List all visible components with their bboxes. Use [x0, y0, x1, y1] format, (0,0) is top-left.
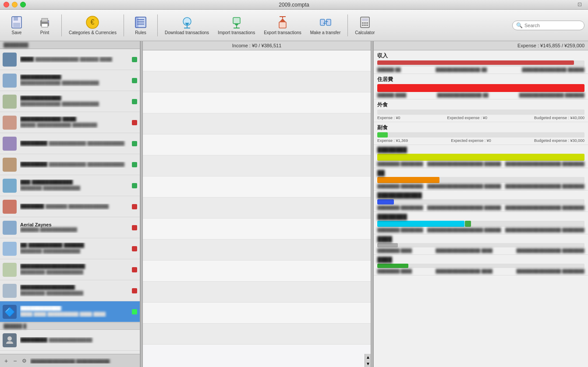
sidebar-item-9[interactable]: ██ ██████████ ██████ ███████ ███████████…	[0, 238, 140, 259]
transaction-row-11	[143, 261, 371, 282]
item-sub-bottom: ██████████████	[49, 338, 92, 342]
sidebar-top-header: ████████	[0, 41, 140, 49]
svg-rect-21	[233, 18, 240, 24]
transaction-row-12	[143, 282, 371, 303]
sidebar-item-5[interactable]: ████████ ████████████ ████████████	[0, 154, 140, 175]
budget-stats-income: ██████ ██ ████████████████ ██ ██████████…	[377, 67, 584, 72]
stat-5-1: ████████ ████████	[377, 162, 423, 166]
minimize-button[interactable]	[12, 2, 18, 7]
budget-bar-9-container	[377, 243, 584, 247]
toolbar: Save Print € Categories & Currencies Rul…	[0, 10, 588, 41]
sidebar-item-2[interactable]: ████████████ █████████████ ████████████	[0, 91, 140, 112]
budget-category-7: ████████████ ████████ ████████ █████████…	[374, 191, 588, 212]
sidebar-item-11[interactable]: ████████████████ ████████ ████████████	[0, 280, 140, 301]
budget-stats-10: ████████ ████ ████████████████ ████ ████…	[377, 269, 584, 273]
categories-button[interactable]: € Categories & Currencies	[65, 12, 120, 39]
transaction-row-10	[143, 240, 371, 261]
budget-bar-dining-container	[377, 109, 584, 115]
sidebar-scroll-area[interactable]: ████ ██████████████ ██████ ████ ████████…	[0, 49, 140, 354]
food-expense: Expense : ¥1,369	[377, 138, 408, 143]
maximize-button[interactable]	[20, 2, 26, 7]
transaction-row-5	[143, 134, 371, 155]
budget-name-food: 副食	[377, 124, 584, 131]
stat-10-2: ████████████████ ████	[436, 269, 492, 273]
import-button[interactable]: Import transactions	[214, 12, 259, 39]
budget-name-dining: 外食	[377, 101, 584, 109]
transaction-row-6	[143, 155, 371, 176]
avatar-3	[3, 116, 17, 130]
dining-expected: Expected expense : ¥0	[447, 116, 487, 120]
item-name-3: ████████████ ████	[20, 116, 76, 122]
sidebar-item-bottom[interactable]: ████████ ██████████████	[0, 330, 140, 351]
item-sub-6: ███████ ████████████	[20, 186, 80, 191]
sidebar-item-0[interactable]: ████ ██████████████ ██████ ████	[0, 49, 140, 70]
item-name-5: ████████	[20, 162, 47, 167]
search-input[interactable]	[524, 23, 581, 28]
item-sub-9: ███████ ████████████	[20, 249, 80, 254]
stat-6-2: ████████████████████ ██████	[427, 184, 501, 188]
item-name-4: ████████	[20, 141, 47, 146]
export-button[interactable]: Export transactions	[260, 12, 305, 39]
dining-expense: Expense : ¥0	[377, 116, 400, 120]
settings-button[interactable]: ⚙	[20, 357, 28, 365]
item-sub-0: ██████████████ ██████ ████	[35, 57, 112, 62]
stat-9-2: ████████████████ ████	[436, 248, 492, 253]
remove-account-button[interactable]: −	[11, 356, 18, 365]
scroll-arrows: ▲ ▼	[365, 354, 371, 367]
avatar-10	[3, 263, 17, 277]
item-text-5: ████████ ████████████ ████████████	[20, 162, 130, 168]
rules-button[interactable]: Rules	[128, 12, 154, 39]
item-sub-5: ████████████ ████████████	[49, 162, 124, 167]
sidebar-bottom-bar: + − ⚙ ████████████████ ████████████	[0, 354, 140, 367]
sidebar-item-3[interactable]: ████████████ ████ █████ ███████████ ████…	[0, 112, 140, 133]
close-button[interactable]	[4, 2, 9, 7]
download-icon	[180, 15, 194, 29]
toolbar-separator-1	[61, 14, 62, 36]
item-text-11: ████████████████ ████████ ████████████	[20, 285, 130, 296]
sidebar-item-10[interactable]: ███████████████████ ████████ ███████████…	[0, 259, 140, 280]
transaction-row-2	[143, 71, 371, 92]
resize-icon[interactable]: ⊡	[577, 1, 584, 8]
svg-rect-1	[14, 17, 18, 21]
stat-5-3: ████████████████████ ████████	[505, 162, 584, 166]
add-account-button[interactable]: +	[3, 356, 10, 365]
categories-icon: €	[85, 15, 99, 29]
accounts-sidebar: ████████ ████ ██████████████ ██████ ████…	[0, 41, 140, 367]
calculator-icon	[358, 15, 372, 29]
scroll-down-button[interactable]: ▼	[365, 360, 371, 367]
sidebar-item-6[interactable]: ███ ████████████ ███████ ████████████	[0, 175, 140, 196]
budget-category-dining: 外食 Expense : ¥0 Expected expense : ¥0 Bu…	[374, 99, 588, 122]
sidebar-item-8[interactable]: Aerial Zaynes ██████ ████████████	[0, 217, 140, 238]
sidebar-item-4[interactable]: ████████ ████████████ ████████████	[0, 133, 140, 154]
budget-bar-housing-container	[377, 84, 584, 92]
save-button[interactable]: Save	[4, 12, 30, 39]
item-text-10: ███████████████████ ████████ ███████████…	[20, 264, 130, 275]
transfer-button[interactable]: Make a transfer	[307, 12, 344, 39]
budget-name-10: ████	[377, 257, 584, 263]
scroll-up-button[interactable]: ▲	[365, 354, 371, 360]
categories-label: Categories & Currencies	[69, 30, 117, 35]
toolbar-separator-2	[124, 14, 124, 36]
item-badge-1	[132, 78, 137, 83]
transaction-row-8	[143, 198, 371, 219]
print-button[interactable]: Print	[32, 12, 58, 39]
sidebar-item-1[interactable]: ████████████ █████████████ ████████████	[0, 70, 140, 91]
food-expected: Expected expense : ¥0	[451, 138, 491, 143]
transactions-area[interactable]: ▲ ▼	[143, 50, 371, 367]
calculator-button[interactable]: Calculator	[351, 12, 378, 39]
item-name-9: ██ ██████████ ██████	[20, 243, 84, 248]
expense-header: Expense : ¥145,855 / ¥259,000	[374, 41, 588, 50]
budget-bar-food-container	[377, 132, 584, 138]
stat-income-2: ████████████████ ██	[436, 67, 487, 72]
svg-rect-26	[320, 19, 325, 25]
stat-5-2: ████████████████████ ██████	[427, 162, 501, 166]
avatar-6	[3, 179, 17, 193]
download-button[interactable]: Download transactions	[161, 12, 213, 39]
transaction-row-13	[143, 303, 371, 324]
search-box[interactable]: 🔍	[512, 21, 584, 30]
item-name-10: ███████████████████	[20, 264, 85, 269]
budget-name-income: 収入	[377, 52, 584, 60]
transaction-row-7	[143, 176, 371, 198]
sidebar-item-7[interactable]: ███████ ███████ █████████████	[0, 196, 140, 217]
sidebar-item-selected[interactable]: 🔷 ████████████ ████ ████ ██████████ ████…	[0, 301, 140, 322]
